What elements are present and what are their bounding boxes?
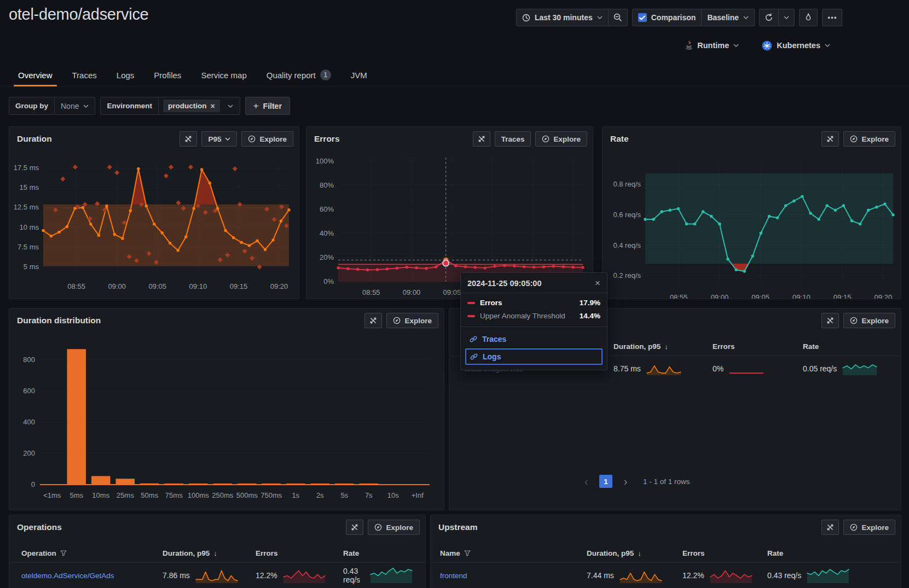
- errors-traces-button[interactable]: Traces: [495, 131, 531, 147]
- expand-button[interactable]: [473, 131, 490, 147]
- tooltip-close-button[interactable]: ×: [595, 278, 600, 288]
- expand-button[interactable]: [180, 131, 197, 147]
- kubernetes-selector[interactable]: Kubernetes: [759, 40, 833, 51]
- col-header-errors[interactable]: Errors: [682, 549, 767, 557]
- time-range-button[interactable]: Last 30 minutes: [517, 9, 608, 26]
- svg-text:10ms: 10ms: [92, 491, 109, 499]
- col-header-operation[interactable]: Operation: [21, 549, 163, 557]
- chart-tooltip: 2024-11-25 09:05:00 × Errors 17.9% Upper…: [460, 272, 607, 370]
- svg-text:75ms: 75ms: [165, 491, 183, 499]
- duration-chart[interactable]: 08:5509:0009:0509:1009:1509:2017.5 ms15 …: [9, 127, 299, 299]
- expand-button[interactable]: [346, 520, 363, 535]
- svg-text:250ms: 250ms: [212, 491, 234, 499]
- expand-button[interactable]: [821, 131, 839, 147]
- table-row: oteldemo.AdService/GetAds 7.86 ms 12.2% …: [9, 563, 425, 588]
- col-header-errors[interactable]: Errors: [256, 549, 343, 557]
- zoom-out-button[interactable]: [608, 9, 627, 26]
- sort-desc-icon: ↓: [213, 549, 217, 557]
- filter-funnel-icon[interactable]: [464, 550, 471, 556]
- service-link[interactable]: frontend: [440, 572, 467, 580]
- baseline-select[interactable]: Baseline: [701, 9, 754, 26]
- operation-link[interactable]: oteldemo.AdService/GetAds: [21, 572, 114, 580]
- filter-funnel-icon[interactable]: [60, 550, 67, 556]
- expand-button[interactable]: [821, 313, 839, 328]
- upstream-explore-button[interactable]: Explore: [843, 520, 895, 535]
- flame-button[interactable]: [800, 9, 817, 26]
- runtime-label: Runtime: [697, 41, 729, 50]
- table-row: frontend 7.44 ms 12.2% 0.43 req/s: [431, 563, 901, 588]
- svg-text:10 ms: 10 ms: [20, 223, 39, 231]
- tab-profiles[interactable]: Profiles: [154, 63, 181, 86]
- col-header-duration[interactable]: Duration, p95↓: [613, 342, 713, 351]
- col-header-rate[interactable]: Rate: [767, 549, 891, 557]
- percentile-select[interactable]: P95: [201, 131, 237, 147]
- tooltip-series-errors: Errors 17.9%: [467, 299, 600, 307]
- svg-text:09:10: 09:10: [792, 293, 810, 299]
- more-options-button[interactable]: ⋯: [823, 9, 842, 26]
- comparison-group: Comparison Baseline: [632, 9, 755, 26]
- expand-button[interactable]: [821, 520, 839, 535]
- tooltip-logs-link[interactable]: Logs: [465, 348, 603, 365]
- expand-button[interactable]: [364, 313, 382, 328]
- tab-jvm[interactable]: JVM: [351, 63, 367, 86]
- svg-text:750ms: 750ms: [260, 491, 282, 499]
- rate-chart[interactable]: 08:5509:0009:0509:1009:1509:200.8 req/s0…: [603, 127, 901, 299]
- errors-explore-button[interactable]: Explore: [535, 131, 587, 147]
- col-header-rate[interactable]: Rate: [343, 549, 413, 557]
- quality-report-badge: 1: [320, 69, 331, 80]
- svg-text:500ms: 500ms: [236, 491, 258, 499]
- environment-chip[interactable]: production ×: [163, 100, 220, 112]
- svg-text:5s: 5s: [340, 491, 348, 499]
- tab-overview[interactable]: Overview: [18, 63, 53, 86]
- svg-text:08:55: 08:55: [67, 282, 85, 290]
- prev-page-button[interactable]: ‹: [580, 475, 593, 488]
- context-row: Runtime Kubernetes: [681, 37, 833, 54]
- col-header-duration[interactable]: Duration, p95↓: [587, 549, 682, 557]
- page-title: otel-demo/adservice: [9, 5, 148, 24]
- col-header-rate[interactable]: Rate: [803, 342, 885, 351]
- remove-filter-icon[interactable]: ×: [210, 102, 215, 110]
- next-page-button[interactable]: ›: [619, 475, 632, 488]
- duration-explore-button[interactable]: Explore: [241, 131, 293, 147]
- tab-service-map[interactable]: Service map: [201, 63, 246, 86]
- distribution-explore-button[interactable]: Explore: [386, 313, 438, 328]
- svg-text:<1ms: <1ms: [43, 491, 61, 499]
- tooltip-traces-link[interactable]: Traces: [465, 331, 603, 347]
- refresh-button[interactable]: [760, 9, 778, 26]
- tooltip-series-threshold: Upper Anomaly Threshold 14.4%: [467, 312, 600, 320]
- tab-logs[interactable]: Logs: [117, 63, 135, 86]
- svg-text:60%: 60%: [320, 205, 334, 213]
- environment-select[interactable]: [221, 97, 240, 114]
- environment-label: Environment: [101, 97, 159, 114]
- col-header-duration[interactable]: Duration, p95↓: [163, 549, 256, 557]
- tab-traces[interactable]: Traces: [72, 63, 97, 86]
- tooltip-timestamp: 2024-11-25 09:05:00: [467, 279, 541, 288]
- svg-text:0.6 req/s: 0.6 req/s: [613, 211, 641, 219]
- compass-icon: [850, 317, 858, 324]
- runtime-selector[interactable]: Runtime: [681, 40, 742, 51]
- duration-distribution-chart[interactable]: 0200400600800<1ms5ms10ms25ms50ms75ms100m…: [9, 308, 444, 510]
- refresh-interval-dropdown[interactable]: [778, 9, 794, 26]
- kubernetes-icon: [762, 40, 772, 51]
- app-root: otel-demo/adservice Last 30 minutes Comp…: [0, 0, 909, 588]
- svg-text:0.8 req/s: 0.8 req/s: [613, 180, 641, 188]
- col-header-errors[interactable]: Errors: [713, 342, 803, 351]
- toolbar: Last 30 minutes Comparison Baseline: [516, 9, 842, 26]
- col-header-name[interactable]: Name: [440, 549, 587, 557]
- rate-explore-button[interactable]: Explore: [843, 131, 895, 147]
- chevron-down-icon: [733, 44, 739, 47]
- pagination-info: 1 - 1 of 1 rows: [643, 478, 690, 486]
- group-by-select[interactable]: None: [55, 97, 95, 114]
- duration-distribution-panel: 0200400600800<1ms5ms10ms25ms50ms75ms100m…: [9, 308, 444, 510]
- series-swatch-icon: [467, 315, 475, 317]
- operations-explore-button[interactable]: Explore: [368, 520, 420, 535]
- dependencies-explore-button[interactable]: Explore: [843, 313, 895, 328]
- flame-group: [799, 9, 818, 26]
- sort-desc-icon: ↓: [664, 342, 668, 351]
- comparison-toggle[interactable]: Comparison: [633, 9, 702, 26]
- refresh-icon: [765, 13, 773, 22]
- chevron-down-icon: [743, 16, 749, 19]
- current-page-button[interactable]: 1: [599, 475, 612, 488]
- add-filter-button[interactable]: + Filter: [245, 97, 290, 115]
- tab-quality-report[interactable]: Quality report1: [267, 63, 331, 86]
